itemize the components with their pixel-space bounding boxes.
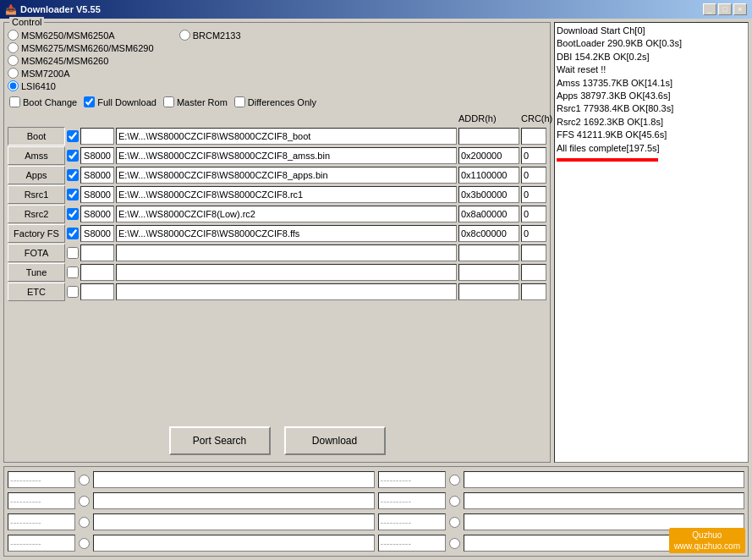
file-path-rsrc2[interactable] — [116, 206, 457, 222]
file-addr-boot[interactable] — [458, 128, 519, 145]
bottom-port-r4[interactable] — [378, 535, 446, 552]
file-path-fota[interactable] — [116, 244, 457, 261]
close-button[interactable]: × — [733, 3, 747, 15]
bottom-radio-l2[interactable] — [79, 496, 90, 507]
file-path-rsrc1[interactable] — [116, 186, 457, 203]
radio-brcm2133[interactable]: BRCM2133 — [179, 30, 241, 41]
bottom-field-r2[interactable] — [464, 492, 745, 509]
file-crc-factory[interactable] — [521, 225, 546, 242]
radio-msm6275-input[interactable] — [8, 42, 19, 53]
file-addr-amss[interactable] — [458, 147, 519, 164]
radio-msm6250[interactable]: MSM6250/MSM6250A — [8, 30, 115, 41]
file-crc-boot[interactable] — [521, 128, 546, 145]
bottom-port-l1[interactable] — [8, 471, 75, 488]
bottom-radio-l3[interactable] — [79, 517, 90, 528]
bottom-field-l4[interactable] — [93, 535, 375, 552]
file-cb-apps[interactable] — [67, 169, 79, 181]
file-crc-etc[interactable] — [521, 283, 546, 300]
port-search-button[interactable]: Port Search — [169, 426, 271, 455]
radio-msm6245-input[interactable] — [8, 55, 19, 66]
radio-lsi6410[interactable]: LSI6410 — [8, 80, 56, 91]
file-crc-rsrc1[interactable] — [521, 186, 546, 203]
bottom-port-l2[interactable] — [8, 492, 75, 509]
file-cb-rsrc1[interactable] — [67, 189, 79, 200]
bottom-field-l3[interactable] — [93, 513, 375, 530]
radio-row-4: MSM7200A — [8, 68, 546, 79]
file-ver-amss[interactable] — [80, 147, 114, 164]
file-addr-rsrc1[interactable] — [458, 186, 519, 203]
file-addr-rsrc2[interactable] — [458, 206, 519, 222]
bottom-radio-l4[interactable] — [79, 538, 90, 549]
file-ver-fota[interactable] — [80, 244, 114, 261]
file-path-amss[interactable] — [116, 147, 457, 164]
bottom-radio-l1[interactable] — [79, 475, 90, 486]
file-addr-fota[interactable] — [458, 244, 519, 261]
file-path-factory[interactable] — [116, 225, 457, 242]
file-label-etc: ETC — [8, 283, 65, 301]
file-addr-factory[interactable] — [458, 225, 519, 242]
radio-msm7200[interactable]: MSM7200A — [8, 68, 69, 79]
bottom-port-r3[interactable] — [378, 513, 446, 530]
download-button[interactable]: Download — [284, 426, 386, 455]
file-cb-factory[interactable] — [67, 228, 79, 239]
bottom-radio-r3[interactable] — [449, 517, 460, 528]
radio-brcm2133-input[interactable] — [179, 30, 190, 41]
file-cb-boot[interactable] — [67, 130, 79, 142]
opt-diff-only-cb[interactable] — [234, 96, 245, 107]
bottom-field-l1[interactable] — [93, 471, 375, 488]
file-addr-apps[interactable] — [458, 167, 519, 184]
log-line-2: BootLoader 290.9KB OK[0.3s] — [557, 37, 746, 50]
radio-brcm2133-label: BRCM2133 — [193, 30, 241, 41]
file-cb-amss[interactable] — [67, 150, 79, 162]
file-cb-etc[interactable] — [67, 286, 79, 298]
file-ver-apps[interactable] — [80, 167, 114, 184]
file-addr-etc[interactable] — [458, 283, 519, 300]
file-path-etc[interactable] — [116, 283, 457, 300]
file-ver-rsrc1[interactable] — [80, 186, 114, 203]
file-cb-fota[interactable] — [67, 247, 79, 259]
file-crc-tune[interactable] — [521, 264, 546, 281]
file-path-apps[interactable] — [116, 167, 457, 184]
opt-diff-only[interactable]: Differences Only — [234, 96, 316, 107]
opt-boot-change[interactable]: Boot Change — [9, 96, 77, 107]
minimize-button[interactable]: _ — [703, 3, 716, 15]
radio-msm7200-input[interactable] — [8, 68, 19, 79]
radio-msm6275[interactable]: MSM6275/MSM6260/MSM6290 — [8, 42, 154, 53]
bottom-port-l4[interactable] — [8, 535, 75, 552]
opt-master-rom-cb[interactable] — [163, 96, 174, 107]
maximize-button[interactable]: □ — [718, 3, 732, 15]
radio-msm6250-input[interactable] — [8, 30, 19, 41]
opt-full-download-cb[interactable] — [84, 96, 95, 107]
file-ver-boot[interactable] — [80, 128, 114, 145]
file-ver-rsrc2[interactable] — [80, 206, 114, 222]
file-ver-tune[interactable] — [80, 264, 114, 281]
file-crc-rsrc2[interactable] — [521, 206, 546, 222]
opt-master-rom-label: Master Rom — [177, 97, 228, 107]
bottom-field-l2[interactable] — [93, 492, 375, 509]
file-cb-rsrc2[interactable] — [67, 208, 79, 220]
file-crc-amss[interactable] — [521, 147, 546, 164]
radio-msm6245[interactable]: MSM6245/MSM6260 — [8, 55, 108, 66]
title-controls[interactable]: _ □ × — [703, 3, 747, 15]
bottom-radio-r4[interactable] — [449, 538, 460, 549]
radio-lsi6410-input[interactable] — [8, 80, 19, 91]
bottom-radio-r1[interactable] — [449, 475, 460, 486]
bottom-port-l3[interactable] — [8, 513, 75, 530]
file-ver-factory[interactable] — [80, 225, 114, 242]
log-line-8: Rsrc2 1692.3KB OK[1.8s] — [557, 116, 746, 129]
opt-master-rom[interactable]: Master Rom — [163, 96, 228, 107]
bottom-port-r2[interactable] — [378, 492, 446, 509]
opt-full-download[interactable]: Full Download — [84, 96, 156, 107]
file-path-tune[interactable] — [116, 264, 457, 281]
bottom-radio-r2[interactable] — [449, 496, 460, 507]
bottom-port-r1[interactable] — [378, 471, 446, 488]
file-cb-tune[interactable] — [67, 266, 79, 278]
file-path-boot[interactable] — [116, 128, 457, 145]
file-crc-fota[interactable] — [521, 244, 546, 261]
file-label-apps: Apps — [8, 166, 65, 184]
file-ver-etc[interactable] — [80, 283, 114, 300]
file-crc-apps[interactable] — [521, 167, 546, 184]
bottom-field-r1[interactable] — [464, 471, 745, 488]
file-addr-tune[interactable] — [458, 264, 519, 281]
opt-boot-change-cb[interactable] — [9, 96, 20, 107]
